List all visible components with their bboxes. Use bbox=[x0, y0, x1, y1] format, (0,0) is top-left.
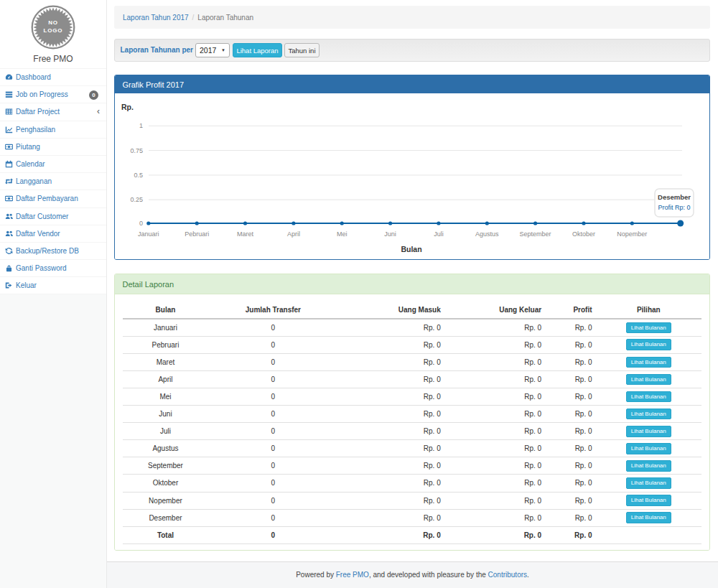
svg-text:Desember: Desember bbox=[658, 193, 691, 201]
svg-text:Rp.: Rp. bbox=[121, 103, 134, 111]
svg-text:Agustus: Agustus bbox=[475, 230, 499, 238]
svg-text:0: 0 bbox=[139, 220, 143, 227]
svg-text:Juli: Juli bbox=[434, 230, 444, 238]
svg-text:Nopember: Nopember bbox=[617, 230, 647, 238]
svg-text:NO: NO bbox=[48, 19, 58, 26]
svg-text:1: 1 bbox=[139, 122, 143, 129]
svg-text:Juni: Juni bbox=[384, 230, 396, 238]
svg-text:Profit Rp: 0: Profit Rp: 0 bbox=[658, 204, 690, 211]
svg-text:Bulan: Bulan bbox=[401, 245, 421, 253]
svg-text:April: April bbox=[287, 230, 300, 238]
svg-text:Maret: Maret bbox=[237, 230, 254, 238]
svg-text:0.75: 0.75 bbox=[130, 147, 143, 154]
svg-text:September: September bbox=[520, 230, 551, 238]
svg-text:0.25: 0.25 bbox=[130, 196, 143, 203]
svg-text:Pebruari: Pebruari bbox=[185, 230, 209, 238]
svg-text:Januari: Januari bbox=[138, 230, 159, 238]
svg-text:Mei: Mei bbox=[337, 230, 348, 238]
svg-text:LOGO: LOGO bbox=[44, 27, 63, 34]
svg-text:0.5: 0.5 bbox=[134, 172, 143, 179]
svg-text:Oktober: Oktober bbox=[572, 230, 595, 238]
